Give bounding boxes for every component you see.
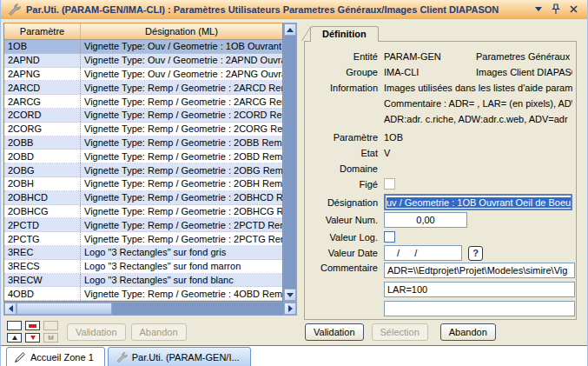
sort-down-red-icon[interactable] <box>25 333 40 343</box>
pin-icon[interactable] <box>552 3 560 15</box>
cell-param: 2OBHCG <box>4 205 81 218</box>
cell-param: 2OBD <box>4 150 81 163</box>
table-row[interactable]: 2CORD Vignette Type: Remp / Geometrie : … <box>4 109 282 123</box>
table-row[interactable]: 2ARCD Vignette Type: Remp / Geometrie : … <box>4 81 282 95</box>
table-row[interactable]: 2OBG Vignette Type: Remp / Geometrie : 2… <box>4 163 282 177</box>
cell-param: 3REC <box>4 246 81 259</box>
cell-designation: Vignette Type: Remp / Geometrie : 2CORD … <box>81 110 282 120</box>
table-row[interactable]: 3RECS Logo "3 Rectangles" sur fond marro… <box>4 260 282 274</box>
tab-accueil-zone-1[interactable]: Accueil Zone 1 <box>6 347 105 366</box>
table-row[interactable]: 2OBHCD Vignette Type: Remp / Geometrie :… <box>4 191 282 205</box>
commentaire-input-3[interactable] <box>384 301 575 316</box>
table-row[interactable]: 2ARCG Vignette Type: Remp / Geometrie : … <box>4 95 282 109</box>
table-row[interactable]: 2OBHCG Vignette Type: Remp / Geometrie :… <box>4 205 282 219</box>
table-row[interactable]: 3REC Logo "3 Rectangles" sur fond gris <box>4 246 282 260</box>
table-row[interactable]: 3RECW Logo "3 Rectangles" sur fond blanc <box>4 274 282 288</box>
cell-designation: Vignette Type: Remp / Geometrie : 2OBD R… <box>81 151 282 162</box>
information-line-3: ADR:adr. c.riche, ADW:adr.c.web, ADV=adr <box>384 111 572 127</box>
groupe-desc: Images Client DIAPASON <box>476 67 572 77</box>
list-validation-button[interactable]: Validation <box>67 323 126 341</box>
valeur-log-label: Valeur Log. <box>305 232 378 243</box>
cell-designation: Vignette Type: Remp / Geometrie : 2ARCD … <box>81 83 282 93</box>
designation-input[interactable]: uv / Geometrie : 1OB Ouvrant Oeil de Boe… <box>384 194 572 210</box>
commentaire-input-1[interactable] <box>384 263 575 278</box>
information-label: Information <box>305 80 378 96</box>
table-row[interactable]: 2APND Vignette Type: Ouv / Geometrie : 2… <box>4 54 282 68</box>
cell-designation: Vignette Type: Remp / Geometrie : 2OBB R… <box>81 137 282 148</box>
valeur-num-label: Valeur Num. <box>305 215 378 225</box>
cell-param: 4OBD <box>4 287 81 300</box>
groupe-code: IMA-CLI <box>384 67 476 77</box>
parameter-window: Par.Uti. (PARAM-GEN/IMA-CLI) : Paramètre… <box>0 0 588 366</box>
table-row[interactable]: 2PCTG Vignette Type: Remp / Geometrie : … <box>4 232 282 246</box>
horizontal-scroll-thumb[interactable] <box>17 303 112 315</box>
list-abandon-button[interactable]: Abandon <box>131 323 187 341</box>
vertical-scrollbar[interactable] <box>283 23 297 302</box>
window-title: Par.Uti. (PARAM-GEN/IMA-CLI) : Paramètre… <box>26 4 530 15</box>
etat-value: V <box>384 148 390 158</box>
cell-designation: Logo "3 Rectangles" sur fond blanc <box>81 275 282 285</box>
table-row[interactable]: 1OB Vignette Type: Ouv / Geometrie : 1OB… <box>4 40 282 54</box>
chevron-down-icon[interactable] <box>535 7 542 11</box>
cell-param: 2OBHCD <box>4 191 81 204</box>
tab-definition[interactable]: Définition <box>310 26 379 42</box>
information-line-2: Commentaire : ADR= , LAR= (en pixels), A… <box>384 96 572 111</box>
cell-param: 2OBH <box>4 177 81 190</box>
table-row[interactable]: 2OBB Vignette Type: Remp / Geometrie : 2… <box>4 136 282 150</box>
horizontal-scrollbar[interactable] <box>3 302 297 316</box>
entite-code: PARAM-GEN <box>384 51 476 62</box>
validation-button[interactable]: Validation <box>305 323 364 341</box>
cell-param: 2PCTD <box>4 218 81 231</box>
mark-box-icon[interactable] <box>7 321 22 330</box>
scroll-up-icon[interactable] <box>284 23 296 36</box>
entite-label: Entité <box>305 51 378 62</box>
vertical-scroll-track[interactable] <box>284 36 296 289</box>
scroll-down-icon[interactable] <box>284 289 296 301</box>
table-row[interactable]: 2PCTD Vignette Type: Remp / Geometrie : … <box>4 218 282 232</box>
wrench-icon-small <box>116 351 128 363</box>
date-help-button[interactable]: ? <box>468 246 483 261</box>
valeur-date-label: Valeur Date <box>305 248 378 258</box>
cell-param: 2APNG <box>4 68 81 81</box>
cell-designation: Vignette Type: Remp / Geometrie : 2OBH R… <box>81 178 282 189</box>
table-row[interactable]: 4OBD Vignette Type: Remp / Geometrie : 4… <box>4 287 282 301</box>
cell-param: 2CORG <box>4 123 81 136</box>
valeur-log-checkbox[interactable] <box>384 231 395 243</box>
cell-designation: Logo "3 Rectangles" sur fond marron <box>81 261 282 271</box>
table-row[interactable]: 2OBH Vignette Type: Remp / Geometrie : 2… <box>4 177 282 191</box>
cell-designation: Vignette Type: Remp / Geometrie : 2CORG … <box>81 123 282 134</box>
valeur-num-input[interactable] <box>384 212 467 228</box>
cell-designation: Vignette Type: Remp / Geometrie : 2OBHCG… <box>81 206 282 216</box>
abandon-button[interactable]: Abandon <box>440 323 496 341</box>
red-bar-icon[interactable] <box>25 321 40 330</box>
cell-param: 2ARCG <box>4 95 81 108</box>
cell-designation: Vignette Type: Remp / Geometrie : 2PCTD … <box>81 220 282 230</box>
table-row[interactable]: 2CORG Vignette Type: Remp / Geometrie : … <box>4 123 282 136</box>
scroll-left-icon[interactable] <box>4 303 17 315</box>
fige-checkbox[interactable] <box>384 178 395 190</box>
cell-designation: Vignette Type: Remp / Geometrie : 2PCTG … <box>81 234 282 244</box>
scroll-right-icon[interactable] <box>284 303 296 315</box>
definition-panel: Entité PARAM-GEN Parametres Généraux Gro… <box>304 41 577 320</box>
table-row[interactable]: 2OBD Vignette Type: Remp / Geometrie : 2… <box>4 150 282 163</box>
designation-label: Désignation <box>305 197 378 208</box>
tab-par-uti[interactable]: Par.Uti. (PARAM-GEN/I... <box>108 347 251 366</box>
groupe-label: Groupe <box>305 67 378 77</box>
horizontal-scroll-track[interactable] <box>112 303 284 315</box>
cell-param: 2ARCD <box>4 81 81 94</box>
valeur-date-input[interactable] <box>384 245 462 261</box>
column-header-parametre[interactable]: Paramètre <box>4 23 81 39</box>
wrench-icon <box>7 3 21 17</box>
selection-button[interactable]: Sélection <box>372 323 428 341</box>
domaine-label: Domaine <box>305 163 378 174</box>
designation-selected-text: uv / Geometrie : 1OB Ouvrant Oeil de Boe… <box>386 197 572 208</box>
sort-up-icon[interactable] <box>7 333 22 343</box>
close-icon[interactable] <box>570 5 578 13</box>
cell-param: 2APND <box>4 54 81 67</box>
cell-param: 2OBB <box>4 136 81 150</box>
cell-designation: Vignette Type: Ouv / Geometrie : 2APND O… <box>81 55 282 65</box>
column-header-designation[interactable]: Désignation (ML) <box>81 23 282 39</box>
table-row[interactable]: 2APNG Vignette Type: Ouv / Geometrie : 2… <box>4 68 282 82</box>
commentaire-input-2[interactable] <box>384 282 575 297</box>
cell-param: 2CORD <box>4 109 81 122</box>
